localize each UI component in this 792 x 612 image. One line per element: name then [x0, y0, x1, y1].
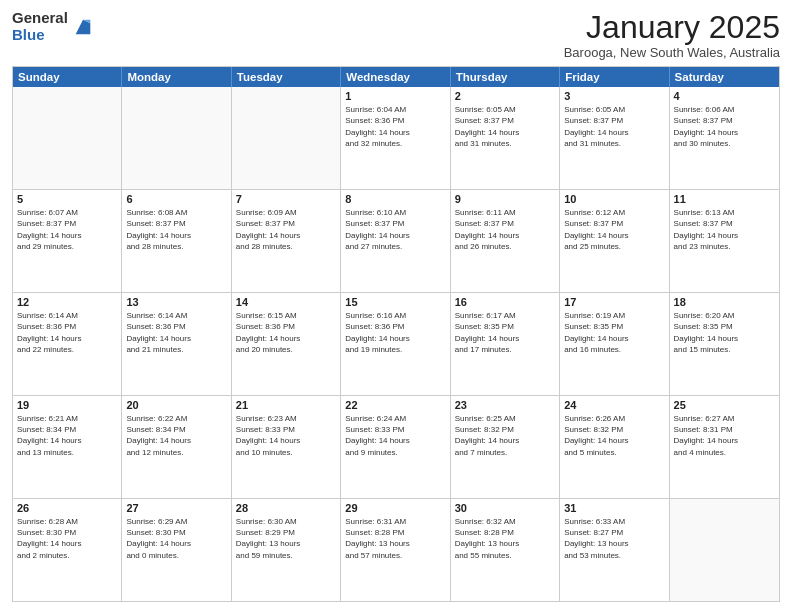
day-info: Sunrise: 6:29 AM Sunset: 8:30 PM Dayligh… [126, 516, 226, 561]
calendar-cell-12: 12Sunrise: 6:14 AM Sunset: 8:36 PM Dayli… [13, 293, 122, 395]
day-number: 6 [126, 193, 226, 205]
calendar-row-1: 5Sunrise: 6:07 AM Sunset: 8:37 PM Daylig… [13, 189, 779, 292]
day-info: Sunrise: 6:06 AM Sunset: 8:37 PM Dayligh… [674, 104, 775, 149]
calendar-cell-28: 28Sunrise: 6:30 AM Sunset: 8:29 PM Dayli… [232, 499, 341, 601]
day-info: Sunrise: 6:19 AM Sunset: 8:35 PM Dayligh… [564, 310, 664, 355]
calendar-cell-9: 9Sunrise: 6:11 AM Sunset: 8:37 PM Daylig… [451, 190, 560, 292]
calendar-cell-19: 19Sunrise: 6:21 AM Sunset: 8:34 PM Dayli… [13, 396, 122, 498]
day-info: Sunrise: 6:10 AM Sunset: 8:37 PM Dayligh… [345, 207, 445, 252]
day-number: 16 [455, 296, 555, 308]
day-info: Sunrise: 6:22 AM Sunset: 8:34 PM Dayligh… [126, 413, 226, 458]
location: Barooga, New South Wales, Australia [564, 45, 780, 60]
day-number: 26 [17, 502, 117, 514]
header: General Blue January 2025 Barooga, New S… [12, 10, 780, 60]
calendar-cell-31: 31Sunrise: 6:33 AM Sunset: 8:27 PM Dayli… [560, 499, 669, 601]
calendar-cell-27: 27Sunrise: 6:29 AM Sunset: 8:30 PM Dayli… [122, 499, 231, 601]
day-number: 18 [674, 296, 775, 308]
day-number: 3 [564, 90, 664, 102]
calendar-cell-1: 1Sunrise: 6:04 AM Sunset: 8:36 PM Daylig… [341, 87, 450, 189]
day-number: 28 [236, 502, 336, 514]
day-number: 24 [564, 399, 664, 411]
day-info: Sunrise: 6:17 AM Sunset: 8:35 PM Dayligh… [455, 310, 555, 355]
day-info: Sunrise: 6:28 AM Sunset: 8:30 PM Dayligh… [17, 516, 117, 561]
day-info: Sunrise: 6:14 AM Sunset: 8:36 PM Dayligh… [17, 310, 117, 355]
calendar-row-2: 12Sunrise: 6:14 AM Sunset: 8:36 PM Dayli… [13, 292, 779, 395]
day-number: 20 [126, 399, 226, 411]
calendar-cell-11: 11Sunrise: 6:13 AM Sunset: 8:37 PM Dayli… [670, 190, 779, 292]
day-number: 21 [236, 399, 336, 411]
day-number: 5 [17, 193, 117, 205]
day-number: 4 [674, 90, 775, 102]
day-number: 23 [455, 399, 555, 411]
day-number: 1 [345, 90, 445, 102]
day-info: Sunrise: 6:23 AM Sunset: 8:33 PM Dayligh… [236, 413, 336, 458]
calendar-cell-4: 4Sunrise: 6:06 AM Sunset: 8:37 PM Daylig… [670, 87, 779, 189]
calendar-cell-18: 18Sunrise: 6:20 AM Sunset: 8:35 PM Dayli… [670, 293, 779, 395]
weekday-header-wednesday: Wednesday [341, 67, 450, 87]
day-number: 30 [455, 502, 555, 514]
day-number: 8 [345, 193, 445, 205]
calendar-cell-17: 17Sunrise: 6:19 AM Sunset: 8:35 PM Dayli… [560, 293, 669, 395]
day-number: 2 [455, 90, 555, 102]
day-number: 7 [236, 193, 336, 205]
day-info: Sunrise: 6:09 AM Sunset: 8:37 PM Dayligh… [236, 207, 336, 252]
day-info: Sunrise: 6:16 AM Sunset: 8:36 PM Dayligh… [345, 310, 445, 355]
weekday-header-thursday: Thursday [451, 67, 560, 87]
calendar-cell-10: 10Sunrise: 6:12 AM Sunset: 8:37 PM Dayli… [560, 190, 669, 292]
day-info: Sunrise: 6:31 AM Sunset: 8:28 PM Dayligh… [345, 516, 445, 561]
calendar-cell-6: 6Sunrise: 6:08 AM Sunset: 8:37 PM Daylig… [122, 190, 231, 292]
day-info: Sunrise: 6:26 AM Sunset: 8:32 PM Dayligh… [564, 413, 664, 458]
calendar-header: SundayMondayTuesdayWednesdayThursdayFrid… [13, 67, 779, 87]
day-info: Sunrise: 6:32 AM Sunset: 8:28 PM Dayligh… [455, 516, 555, 561]
calendar-row-0: 1Sunrise: 6:04 AM Sunset: 8:36 PM Daylig… [13, 87, 779, 189]
calendar-row-3: 19Sunrise: 6:21 AM Sunset: 8:34 PM Dayli… [13, 395, 779, 498]
day-info: Sunrise: 6:30 AM Sunset: 8:29 PM Dayligh… [236, 516, 336, 561]
day-info: Sunrise: 6:20 AM Sunset: 8:35 PM Dayligh… [674, 310, 775, 355]
calendar-cell-13: 13Sunrise: 6:14 AM Sunset: 8:36 PM Dayli… [122, 293, 231, 395]
day-info: Sunrise: 6:11 AM Sunset: 8:37 PM Dayligh… [455, 207, 555, 252]
day-number: 29 [345, 502, 445, 514]
day-number: 11 [674, 193, 775, 205]
day-number: 9 [455, 193, 555, 205]
calendar-cell-20: 20Sunrise: 6:22 AM Sunset: 8:34 PM Dayli… [122, 396, 231, 498]
day-info: Sunrise: 6:05 AM Sunset: 8:37 PM Dayligh… [564, 104, 664, 149]
logo-icon [72, 16, 94, 38]
calendar-cell-8: 8Sunrise: 6:10 AM Sunset: 8:37 PM Daylig… [341, 190, 450, 292]
calendar-cell-23: 23Sunrise: 6:25 AM Sunset: 8:32 PM Dayli… [451, 396, 560, 498]
day-info: Sunrise: 6:07 AM Sunset: 8:37 PM Dayligh… [17, 207, 117, 252]
calendar-cell-25: 25Sunrise: 6:27 AM Sunset: 8:31 PM Dayli… [670, 396, 779, 498]
calendar-cell-empty-4-6 [670, 499, 779, 601]
month-title: January 2025 [564, 10, 780, 45]
day-number: 19 [17, 399, 117, 411]
day-number: 17 [564, 296, 664, 308]
day-number: 12 [17, 296, 117, 308]
logo-blue-text: Blue [12, 27, 68, 44]
title-block: January 2025 Barooga, New South Wales, A… [564, 10, 780, 60]
calendar-cell-empty-0-0 [13, 87, 122, 189]
day-number: 13 [126, 296, 226, 308]
day-number: 10 [564, 193, 664, 205]
calendar-cell-15: 15Sunrise: 6:16 AM Sunset: 8:36 PM Dayli… [341, 293, 450, 395]
day-info: Sunrise: 6:27 AM Sunset: 8:31 PM Dayligh… [674, 413, 775, 458]
day-info: Sunrise: 6:08 AM Sunset: 8:37 PM Dayligh… [126, 207, 226, 252]
day-info: Sunrise: 6:05 AM Sunset: 8:37 PM Dayligh… [455, 104, 555, 149]
day-number: 31 [564, 502, 664, 514]
day-info: Sunrise: 6:25 AM Sunset: 8:32 PM Dayligh… [455, 413, 555, 458]
calendar-body: 1Sunrise: 6:04 AM Sunset: 8:36 PM Daylig… [13, 87, 779, 601]
day-number: 25 [674, 399, 775, 411]
day-info: Sunrise: 6:33 AM Sunset: 8:27 PM Dayligh… [564, 516, 664, 561]
calendar-cell-16: 16Sunrise: 6:17 AM Sunset: 8:35 PM Dayli… [451, 293, 560, 395]
weekday-header-sunday: Sunday [13, 67, 122, 87]
calendar-cell-14: 14Sunrise: 6:15 AM Sunset: 8:36 PM Dayli… [232, 293, 341, 395]
day-info: Sunrise: 6:12 AM Sunset: 8:37 PM Dayligh… [564, 207, 664, 252]
calendar-cell-empty-0-2 [232, 87, 341, 189]
weekday-header-tuesday: Tuesday [232, 67, 341, 87]
weekday-header-saturday: Saturday [670, 67, 779, 87]
day-number: 22 [345, 399, 445, 411]
calendar-cell-30: 30Sunrise: 6:32 AM Sunset: 8:28 PM Dayli… [451, 499, 560, 601]
calendar-cell-7: 7Sunrise: 6:09 AM Sunset: 8:37 PM Daylig… [232, 190, 341, 292]
day-info: Sunrise: 6:15 AM Sunset: 8:36 PM Dayligh… [236, 310, 336, 355]
calendar-cell-2: 2Sunrise: 6:05 AM Sunset: 8:37 PM Daylig… [451, 87, 560, 189]
day-number: 14 [236, 296, 336, 308]
day-info: Sunrise: 6:04 AM Sunset: 8:36 PM Dayligh… [345, 104, 445, 149]
